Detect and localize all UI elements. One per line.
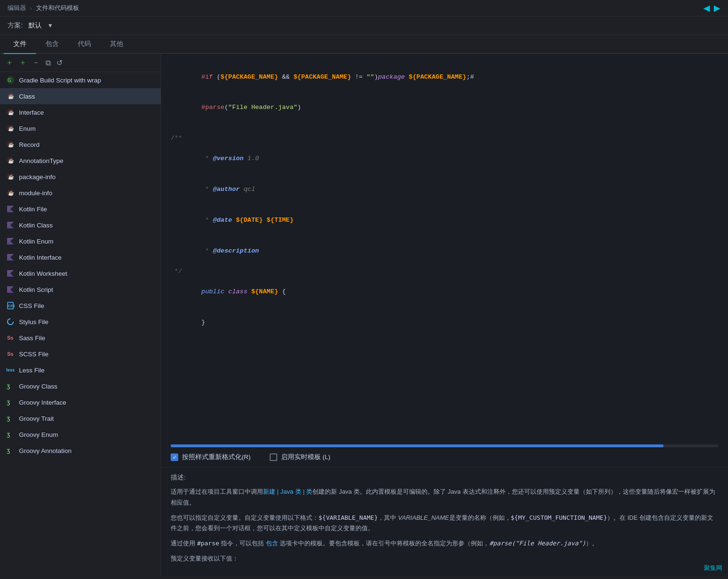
live-template-checkbox-wrap[interactable]: 启用实时模板 (L) bbox=[270, 453, 330, 461]
svg-text:☕: ☕ bbox=[8, 126, 14, 132]
list-item-label: Kotlin Script bbox=[19, 286, 53, 293]
svg-text:ʒ: ʒ bbox=[7, 447, 10, 454]
tabs-row: 文件 包含 代码 其他 bbox=[0, 35, 728, 54]
list-item-kotlin-script[interactable]: Kotlin Script bbox=[0, 281, 161, 298]
groovy-interface-icon: ʒ bbox=[6, 398, 15, 407]
back-arrow-icon[interactable]: ◀ bbox=[703, 3, 710, 13]
list-item-class[interactable]: ☕ Class bbox=[0, 88, 161, 104]
scrollbar-area[interactable] bbox=[161, 443, 728, 447]
add-button[interactable]: ＋ bbox=[4, 57, 15, 69]
reformat-label: 按照样式重新格式化(R) bbox=[182, 453, 251, 461]
description-para-1: 适用于通过在项目工具窗口中调用新建 | Java 类 | 类创建的新 Java … bbox=[171, 487, 719, 507]
list-item-css[interactable]: CSS CSS File bbox=[0, 298, 161, 314]
list-item-label: Kotlin Interface bbox=[19, 254, 62, 261]
list-item-label: Sass File bbox=[19, 335, 46, 342]
live-template-label: 启用实时模板 (L) bbox=[281, 453, 330, 461]
tab-files[interactable]: 文件 bbox=[4, 35, 36, 54]
list-item-interface[interactable]: ☕ Interface bbox=[0, 104, 161, 120]
svg-text:ʒ: ʒ bbox=[7, 383, 10, 389]
code-editor[interactable]: #if (${PACKAGE_NAME} && ${PACKAGE_NAME} … bbox=[161, 54, 728, 443]
top-bar-actions: ◀ ▶ bbox=[703, 3, 720, 13]
desc-link-includes[interactable]: 包含 bbox=[266, 540, 278, 547]
main-content: ＋ ＋ － ⧉ ↺ G Gradle Build Script with wra… bbox=[0, 54, 728, 576]
add-file-button[interactable]: ＋ bbox=[17, 57, 28, 69]
list-item-gradle[interactable]: G Gradle Build Script with wrap bbox=[0, 72, 161, 88]
code-line-blank bbox=[171, 123, 719, 134]
list-item-module-info[interactable]: ☕ module-info bbox=[0, 185, 161, 201]
check-icon: ✓ bbox=[173, 454, 177, 461]
scheme-value: 默认 bbox=[28, 21, 42, 30]
description-title: 描述: bbox=[171, 473, 719, 482]
groovy-class-icon: ʒ bbox=[6, 381, 15, 391]
right-panel: #if (${PACKAGE_NAME} && ${PACKAGE_NAME} … bbox=[161, 54, 728, 576]
list-item-kotlin-enum[interactable]: Kotlin Enum bbox=[0, 233, 161, 249]
list-item-stylus[interactable]: Stylus File bbox=[0, 314, 161, 330]
list-item-sass[interactable]: Ss Sass File bbox=[0, 330, 161, 346]
remove-button[interactable]: － bbox=[30, 57, 42, 69]
list-item-label: Groovy Annotation bbox=[19, 447, 72, 454]
reformat-checkbox[interactable]: ✓ bbox=[171, 453, 178, 461]
list-item-kotlin-class[interactable]: Kotlin Class bbox=[0, 217, 161, 233]
svg-text:☕: ☕ bbox=[8, 93, 14, 100]
list-item-label: Kotlin File bbox=[19, 206, 47, 213]
list-item-groovy-enum[interactable]: ʒ Groovy Enum bbox=[0, 426, 161, 443]
java-moduleinfo-icon: ☕ bbox=[6, 188, 15, 198]
list-item-groovy-annotation[interactable]: ʒ Groovy Annotation bbox=[0, 443, 161, 459]
list-item-label: Kotlin Worksheet bbox=[19, 270, 67, 277]
list-item-kotlin-worksheet[interactable]: Kotlin Worksheet bbox=[0, 265, 161, 281]
list-item-label: Class bbox=[19, 93, 35, 100]
list-item-less[interactable]: less Less File bbox=[0, 362, 161, 378]
tab-code[interactable]: 代码 bbox=[68, 35, 100, 54]
list-item-label: Groovy Class bbox=[19, 383, 57, 390]
list-item-annotation[interactable]: ☕ AnnotationType bbox=[0, 153, 161, 169]
list-item-package-info[interactable]: ☕ package-info bbox=[0, 169, 161, 185]
code-line-5: * @author qcl bbox=[171, 174, 719, 205]
less-icon: less bbox=[6, 365, 15, 375]
list-item-kotlin-file[interactable]: Kotlin File bbox=[0, 201, 161, 217]
list-item-groovy-trait[interactable]: ʒ Groovy Trait bbox=[0, 410, 161, 426]
kotlin-worksheet-icon bbox=[6, 269, 15, 278]
groovy-trait-icon: ʒ bbox=[6, 414, 15, 423]
svg-text:☕: ☕ bbox=[8, 174, 14, 180]
description-para-4: 预定义变量接收以下值： bbox=[171, 553, 719, 564]
code-line-9: public class ${NAME} { bbox=[171, 276, 719, 307]
groovy-enum-icon: ʒ bbox=[6, 430, 15, 439]
svg-text:G: G bbox=[8, 78, 11, 83]
description-area: 描述: 适用于通过在项目工具窗口中调用新建 | Java 类 | 类创建的新 J… bbox=[161, 467, 728, 576]
list-item-kotlin-interface[interactable]: Kotlin Interface bbox=[0, 249, 161, 265]
reset-button[interactable]: ↺ bbox=[55, 57, 64, 68]
top-bar: 编辑器 › 文件和代码模板 ◀ ▶ bbox=[0, 0, 728, 17]
svg-text:ʒ: ʒ bbox=[7, 399, 10, 406]
scheme-row: 方案: 默认 ▼ bbox=[0, 17, 728, 35]
code-line-10: } bbox=[171, 307, 719, 338]
bottom-link[interactable]: 聚集网 bbox=[704, 564, 722, 571]
tab-includes[interactable]: 包含 bbox=[36, 35, 68, 54]
list-item-label: Kotlin Class bbox=[19, 222, 53, 229]
live-template-checkbox[interactable] bbox=[270, 453, 277, 461]
list-item-scss[interactable]: Ss SCSS File bbox=[0, 346, 161, 362]
list-item-label: Stylus File bbox=[19, 318, 48, 326]
list-item-label: Groovy Enum bbox=[19, 431, 58, 438]
svg-text:CSS: CSS bbox=[8, 304, 15, 308]
copy-button[interactable]: ⧉ bbox=[44, 58, 53, 68]
scheme-dropdown-icon[interactable]: ▼ bbox=[47, 22, 53, 29]
template-list: G Gradle Build Script with wrap ☕ Class … bbox=[0, 72, 161, 459]
desc-link-new[interactable]: 新建 | Java 类 | 类 bbox=[263, 488, 312, 495]
breadcrumb-editor: 编辑器 bbox=[8, 4, 26, 12]
breadcrumb-current: 文件和代码模板 bbox=[36, 4, 79, 12]
css-icon: CSS bbox=[6, 301, 15, 310]
kotlin-interface-icon bbox=[6, 253, 15, 262]
list-item-label: Kotlin Enum bbox=[19, 238, 54, 245]
list-item-enum[interactable]: ☕ Enum bbox=[0, 120, 161, 136]
list-item-label: module-info bbox=[19, 190, 53, 197]
tab-other[interactable]: 其他 bbox=[100, 35, 133, 54]
svg-text:☕: ☕ bbox=[8, 142, 14, 148]
forward-arrow-icon[interactable]: ▶ bbox=[714, 3, 720, 13]
description-para-3: 通过使用 #parse 指令，可以包括 包含 选项卡中的模板。要包含模板，请在引… bbox=[171, 538, 719, 549]
list-item-groovy-interface[interactable]: ʒ Groovy Interface bbox=[0, 394, 161, 410]
left-panel: ＋ ＋ － ⧉ ↺ G Gradle Build Script with wra… bbox=[0, 54, 161, 576]
list-item-groovy-class[interactable]: ʒ Groovy Class bbox=[0, 378, 161, 394]
list-item-label: Interface bbox=[19, 109, 44, 116]
list-item-record[interactable]: ☕ Record bbox=[0, 136, 161, 153]
reformat-checkbox-wrap[interactable]: ✓ 按照样式重新格式化(R) bbox=[171, 453, 251, 461]
